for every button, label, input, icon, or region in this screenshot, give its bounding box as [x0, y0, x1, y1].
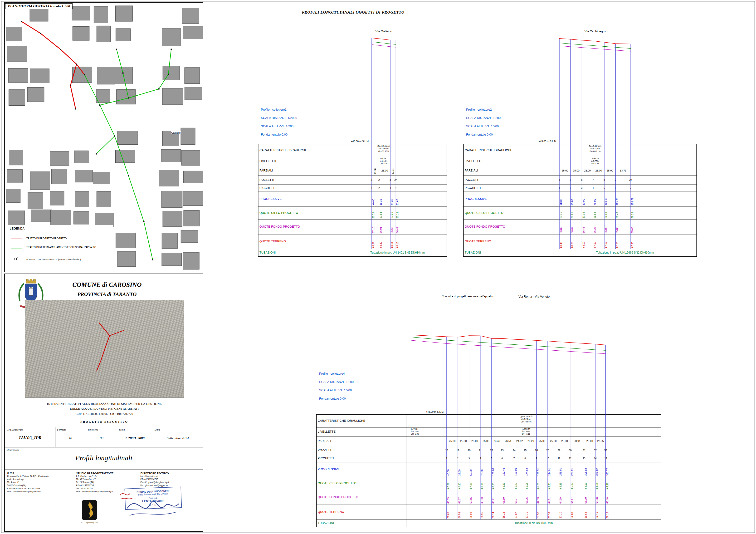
rup-line: Mail: comune.carosino@legalmail.it: [7, 490, 72, 493]
quote-fondo-value: 65.71: [492, 497, 495, 504]
hydraulics-block: Qp=0.94mc/sV=2.95m/sGr=61.15%: [367, 145, 400, 153]
parziale-value: 25.00: [480, 439, 492, 442]
studio-line: Via XX Settembre, n°3: [76, 478, 137, 481]
field-value-scala: 1:200/1:2000: [117, 436, 153, 440]
quote-cielo-value: 65.61: [548, 483, 551, 489]
quote-fondo-value: 66.37: [458, 497, 461, 504]
pozzetto-number: 1: [368, 179, 375, 181]
scale-heights-label: SCALA ALTEZZE 1/200: [466, 125, 499, 128]
row-label-progressive: PROGRESSIVE: [259, 197, 282, 201]
row-label-picchetti: PICCHETTI: [318, 457, 334, 460]
technical-director-column: DIRETTORE TECNICO: Ing. Giovanni Lenti P…: [140, 472, 202, 487]
picchetto-number: 4: [392, 187, 399, 189]
progressive-value: 50.00: [470, 469, 472, 476]
picchetto-number: 13: [581, 457, 587, 460]
director-line: Pec: giovanni.lenti@ingpec.eu: [140, 484, 202, 487]
tubazioni-value: Tubazione in cls DN 1000 mm: [406, 521, 661, 525]
row-label-progressive: PROGRESSIVE: [318, 468, 340, 471]
quote-terreno-value: 68.52: [458, 512, 461, 518]
quote-cielo-value: 67.73: [372, 212, 375, 218]
hydraulics-block: Qp=2.77mc/sV=3.23m/sGr=78.97%: [509, 415, 543, 423]
profile-title: Profilo _collettore2: [466, 108, 492, 111]
row-label-quote_fondo: QUOTE FONDO PROGETTO: [259, 225, 300, 228]
rup-column: R.U.P. Responsabile del Settore LL.PP. e…: [7, 472, 72, 493]
quote-terreno-value: 67.91: [593, 242, 596, 248]
project-cup-cig: CUP: D73B18000430006 - CIG: B087702720: [10, 412, 199, 416]
picchetto-number: 1: [443, 457, 450, 460]
progressive-value: +0.00: [559, 199, 562, 205]
director-line: P.Iva 02333020737: [140, 478, 202, 481]
profile-title: Profilo _collettore4: [319, 372, 345, 375]
row-label-livellette: LIVELLETTE: [318, 430, 336, 434]
picchetto-number: 5: [601, 187, 608, 189]
rup-line: Responsabile del Settore LL.PP. e Patrim…: [7, 475, 72, 478]
picchetto-number: 4: [477, 457, 484, 460]
row-label-quote_cielo: QUOTE CIELO PROGETTO: [318, 482, 357, 485]
pozzetto-number: 19: [454, 449, 462, 452]
datum-label: +45.00 m S.L.M.: [407, 410, 444, 413]
picchetto-number: 3: [579, 187, 585, 189]
director-line: E-mail: g.lenti@llengineering.it: [140, 481, 202, 484]
row-label-quote_terreno: QUOTE TERRENO: [259, 240, 286, 243]
livelletta-block: L=353.77i=0.88%DH=3.11: [515, 428, 537, 435]
quote-terreno-value: 68.95: [481, 512, 483, 518]
stamp-line: N. 1677: [127, 503, 180, 507]
progressive-value: 199.91: [537, 468, 540, 476]
quote-fondo-value: 63.90: [584, 497, 587, 504]
quote-cielo-value: 67.15: [470, 483, 472, 489]
row-label-parziali: PARZIALI: [465, 169, 478, 172]
quote-fondo-value: 66.59: [447, 497, 450, 504]
quote-cielo-value: 66.27: [514, 483, 517, 489]
sheet-description: Profili longitudinali: [5, 454, 203, 462]
row-label-pozzetti: POZZETTI: [259, 178, 274, 182]
pozzetto-number: 23: [498, 449, 506, 452]
progressive-value: 16.36: [379, 199, 382, 205]
parziale-value: 25.00: [582, 169, 593, 172]
quote-fondo-value: 66.63: [391, 227, 393, 233]
quote-terreno-value: 67.52: [537, 512, 540, 518]
parziale-value: 25.00: [379, 169, 391, 172]
street-note: Condotta di progetto esclusa dall'appalt…: [436, 295, 498, 298]
pozzetto-number: 31: [580, 449, 588, 452]
legend-item-label: TRATTO DI PROGETTO PROGETTO: [26, 237, 110, 240]
row-label-livellette: LIVELLETTE: [259, 159, 277, 163]
quote-fondo-value: 64.83: [537, 497, 540, 504]
parziale-value: 25.00: [584, 439, 595, 442]
picchetto-number: 2: [567, 187, 574, 189]
progressive-value: 330.82: [595, 468, 598, 476]
pozzetto-number: 27: [627, 179, 634, 181]
picchetto-number: 12: [567, 457, 574, 460]
field-label-cod-elaborato: Cod. Elaborato: [7, 428, 23, 431]
progressive-value: +0.00: [447, 469, 450, 476]
row-label-picchetti: PICCHETTI: [465, 186, 481, 189]
pozzetto-number: 5: [567, 179, 574, 181]
quote-fondo-value: 65.86: [616, 227, 619, 233]
row-label-quote_terreno: QUOTE TERRENO: [465, 240, 491, 243]
description-label: Descrizione: [7, 448, 19, 451]
quote-terreno-value: 68.11: [391, 242, 393, 248]
field-label-data: Data: [154, 428, 160, 431]
picchetto-number: 6: [499, 457, 505, 460]
parziale-value: 22.95: [595, 439, 606, 442]
legend-title: LEGENDA: [7, 225, 55, 232]
scale-distances-label: SCALA DISTANZE 1/2000: [466, 116, 502, 120]
row-label-picchetti: PICCHETTI: [259, 186, 276, 189]
parziale-value: 12.31: [392, 168, 394, 174]
parziale-value: 25.00: [571, 169, 582, 172]
quote-fondo-value: 65.93: [481, 497, 483, 504]
row-label-parziali: PARZIALI: [318, 439, 331, 443]
parziale-value: 25.29: [525, 439, 536, 442]
quote-fondo-value: 66.43: [582, 227, 585, 233]
parziale-value: 25.00: [458, 439, 469, 442]
quote-terreno-value: 68.14: [492, 512, 495, 518]
progressive-value: 150.00: [514, 468, 517, 476]
quote-fondo-value: 63.68: [595, 497, 598, 504]
parziale-value: 25.00: [559, 439, 570, 442]
progressive-value: 274.91: [571, 468, 573, 476]
quote-terreno-value: 67.62: [605, 242, 608, 248]
livelletta-block: L=79.21i=1.24%DH=0.98: [404, 428, 425, 435]
datum-label: +45.00 m S.L.M.: [520, 140, 557, 143]
profile-graphic: [316, 293, 665, 531]
field-value-revisione: 00: [86, 436, 117, 440]
scale-heights-label: SCALA ALTEZZE 1/200: [319, 388, 352, 392]
